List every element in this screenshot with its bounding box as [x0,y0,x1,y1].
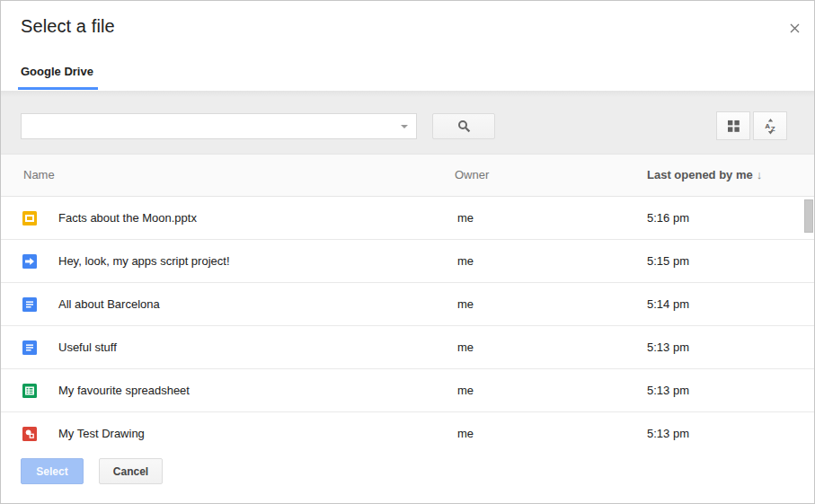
scrollbar-thumb[interactable] [804,199,813,233]
file-name: My Test Drawing [58,427,145,440]
table-header: Name Owner Last opened by me↓ [1,154,814,197]
file-owner: me [457,297,474,311]
docs-icon [22,340,37,355]
file-owner: me [457,340,474,354]
file-last-opened: 5:16 pm [647,211,689,225]
sort-az-button[interactable]: A Z [753,111,787,140]
column-header-name[interactable]: Name [23,168,55,181]
file-name: My favourite spreadsheet [58,384,190,397]
caret-down-icon[interactable] [401,125,408,128]
file-owner: me [457,384,474,397]
svg-text:A: A [765,121,770,129]
column-header-last-opened[interactable]: Last opened by me↓ [647,168,762,181]
file-owner: me [457,211,474,225]
cancel-button[interactable]: Cancel [99,458,163,484]
docs-icon [22,297,37,312]
file-last-opened: 5:15 pm [647,254,689,268]
file-name: All about Barcelona [58,297,160,311]
table-row[interactable]: Hey, look, my apps script project! me 5:… [1,240,814,283]
column-header-owner[interactable]: Owner [455,168,489,181]
drawing-icon [22,427,37,441]
file-name: Hey, look, my apps script project! [58,254,230,268]
table-row[interactable]: My favourite spreadsheet me 5:13 pm [1,369,814,412]
apps-script-icon [22,254,37,269]
search-input[interactable] [21,113,417,139]
slides-icon [22,211,37,225]
page-title: Select a file [21,16,115,37]
sheets-icon [22,384,37,398]
tab-active-underline [18,87,98,90]
table-row[interactable]: All about Barcelona me 5:14 pm [1,283,814,326]
select-button[interactable]: Select [21,458,84,484]
file-last-opened: 5:13 pm [647,340,689,354]
dialog-footer: Select Cancel [1,446,814,503]
table-row[interactable]: My Test Drawing me 5:13 pm [1,412,814,447]
file-last-opened: 5:13 pm [647,384,689,397]
sort-direction-icon: ↓ [757,168,763,181]
sort-az-icon: A Z [764,118,777,135]
table-row[interactable]: Useful stuff me 5:13 pm [1,326,814,369]
file-last-opened: 5:14 pm [647,297,689,311]
table-row[interactable]: Facts about the Moon.pptx me 5:16 pm [1,197,814,240]
file-last-opened: 5:13 pm [647,427,689,440]
dialog-header: Select a file Google Drive [1,1,814,91]
file-list: Facts about the Moon.pptx me 5:16 pm Hey… [1,197,814,447]
grid-view-icon [728,120,740,132]
file-owner: me [457,427,474,440]
close-icon [790,23,800,33]
close-button[interactable] [785,19,803,37]
file-owner: me [457,254,474,268]
grid-view-button[interactable] [716,111,750,140]
tab-google-drive[interactable]: Google Drive [21,65,93,78]
file-name: Facts about the Moon.pptx [58,211,197,225]
search-button[interactable] [432,113,495,139]
magnifier-icon [457,119,471,133]
file-picker-dialog: Select a file Google Drive [0,0,815,504]
file-name: Useful stuff [58,340,117,354]
